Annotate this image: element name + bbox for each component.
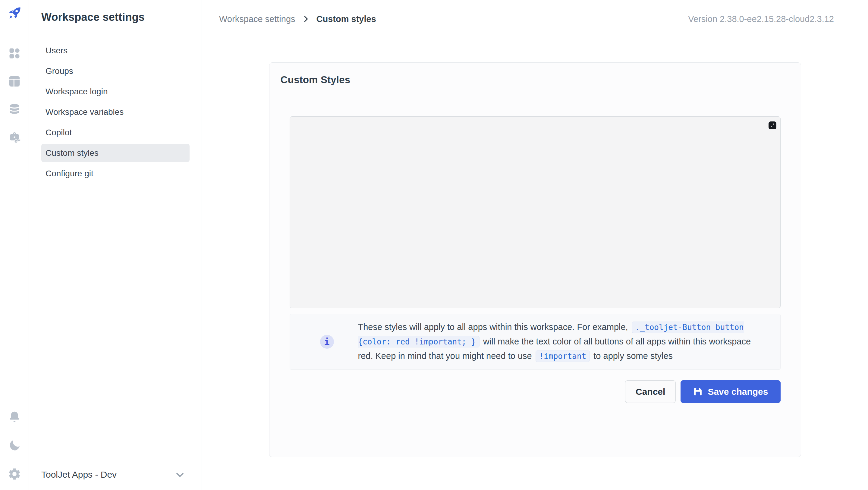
custom-styles-code-editor[interactable] [290,116,781,308]
code-snippet: !important [535,350,590,362]
info-callout: i These styles will apply to all apps wi… [290,314,781,370]
main-area: Workspace settings Custom styles Version… [202,0,868,490]
moon-icon[interactable] [7,438,22,452]
sidebar-item-label: Custom styles [45,148,98,158]
sidebar-item-groups[interactable]: Groups [41,62,190,80]
workspace-settings-sidebar: Workspace settings UsersGroupsWorkspace … [29,0,202,490]
save-changes-button[interactable]: Save changes [681,380,780,403]
chevron-right-icon [301,14,310,24]
rail-bottom [7,410,22,481]
sidebar-item-configure-git[interactable]: Configure git [41,164,190,183]
card-header: Custom Styles [270,63,801,97]
sidebar-item-users[interactable]: Users [41,41,190,60]
cancel-button[interactable]: Cancel [625,380,676,403]
version-label: Version 2.38.0-ee2.15.28-cloud2.3.12 [688,14,834,24]
bell-icon[interactable] [7,410,22,424]
apps-icon[interactable] [7,47,22,60]
save-floppy-icon [693,387,703,397]
breadcrumb: Workspace settings Custom styles [219,14,376,24]
sidebar-item-workspace-login[interactable]: Workspace login [41,82,190,101]
sidebar-item-custom-styles[interactable]: Custom styles [41,144,190,162]
app-icon-rail [0,0,29,490]
settings-menu: UsersGroupsWorkspace loginWorkspace vari… [29,41,202,185]
sidebar-item-label: Workspace login [45,87,107,96]
gear-icon[interactable] [7,467,22,481]
rocket-icon [7,5,22,21]
sidebar-item-copilot[interactable]: Copilot [41,123,190,142]
sidebar-item-label: Copilot [45,128,72,137]
sidebar-item-label: Groups [45,66,73,76]
card-actions: Cancel Save changes [290,380,781,403]
workspace-switcher-label: ToolJet Apps - Dev [41,469,117,480]
card-body: i These styles will apply to all apps wi… [270,97,801,403]
expand-editor-button[interactable] [769,121,776,129]
info-icon-column: i [290,335,358,349]
pages-layout-icon[interactable] [7,74,22,88]
info-icon: i [320,335,334,349]
topbar: Workspace settings Custom styles Version… [202,0,868,38]
rail-nav [7,47,22,144]
breadcrumb-parent[interactable]: Workspace settings [219,14,296,24]
custom-styles-card: Custom Styles i These styles will apply … [269,62,801,457]
database-icon[interactable] [7,102,22,116]
sidebar-item-label: Users [45,46,67,56]
sidebar-item-workspace-variables[interactable]: Workspace variables [41,103,190,121]
content-area: Custom Styles i These styles will apply … [202,38,868,490]
chevron-down-icon [174,469,186,481]
sidebar-title: Workspace settings [41,10,190,24]
breadcrumb-current: Custom styles [316,14,376,24]
workspace-switcher[interactable]: ToolJet Apps - Dev [29,459,202,490]
marketplace-toolbox-icon[interactable] [7,130,22,144]
sidebar-item-label: Configure git [45,169,93,178]
info-text-segment: to apply some styles [591,351,673,361]
card-title: Custom Styles [281,74,350,86]
info-text-segment: These styles will apply to all apps with… [358,322,630,332]
info-text: These styles will apply to all apps with… [358,320,768,363]
save-changes-label: Save changes [708,387,768,397]
expand-icon [770,123,775,128]
sidebar-item-label: Workspace variables [45,107,124,117]
tooljet-rocket-logo[interactable] [6,5,23,22]
